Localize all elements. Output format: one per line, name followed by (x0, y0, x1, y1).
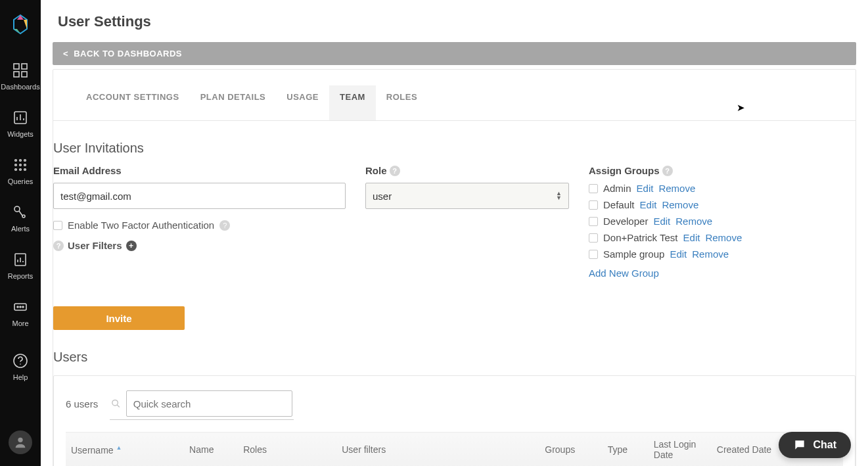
users-panel: 6 users Username▲ Name (53, 375, 856, 466)
sidebar-item-label: More (12, 319, 28, 327)
svg-point-19 (20, 169, 22, 171)
tab-team[interactable]: TEAM (329, 85, 376, 120)
group-item: Default Edit Remove (589, 199, 856, 210)
group-item: Admin Edit Remove (589, 183, 856, 194)
edit-group-link[interactable]: Edit (683, 232, 700, 243)
svg-rect-4 (14, 64, 19, 69)
column-groups[interactable]: Groups (539, 432, 602, 467)
svg-point-12 (15, 160, 17, 162)
edit-group-link[interactable]: Edit (640, 199, 657, 210)
email-input[interactable] (53, 183, 346, 209)
sort-asc-icon: ▲ (116, 444, 122, 451)
group-name: Sample group (603, 248, 664, 260)
select-caret-icon: ▲▼ (556, 191, 562, 200)
help-icon (12, 352, 29, 369)
svg-rect-6 (14, 72, 19, 77)
role-value: user (373, 191, 392, 202)
queries-icon (12, 156, 29, 174)
svg-rect-5 (22, 64, 27, 69)
chat-icon (793, 438, 806, 452)
help-icon[interactable]: ? (662, 166, 673, 176)
svg-point-14 (24, 160, 26, 162)
remove-group-link[interactable]: Remove (675, 216, 712, 227)
role-label: Role ? (365, 165, 569, 176)
svg-point-15 (15, 164, 17, 166)
svg-line-35 (117, 405, 120, 408)
invite-button[interactable]: Invite (53, 306, 185, 330)
chat-button[interactable]: Chat (779, 432, 851, 458)
tab-plan-details[interactable]: PLAN DETAILS (190, 85, 277, 120)
widgets-icon (12, 109, 29, 126)
group-checkbox[interactable] (589, 217, 598, 226)
alerts-icon (12, 204, 29, 221)
sidebar-item-more[interactable]: More (12, 298, 29, 327)
svg-point-34 (112, 400, 118, 406)
users-heading: Users (53, 350, 856, 365)
svg-rect-27 (14, 304, 26, 310)
add-new-group-link[interactable]: Add New Group (589, 268, 659, 279)
edit-group-link[interactable]: Edit (637, 183, 654, 194)
column-user-filters[interactable]: User filters (336, 432, 539, 467)
tab-usage[interactable]: USAGE (276, 85, 329, 120)
group-item: Developer Edit Remove (589, 216, 856, 227)
sidebar-item-dashboards[interactable]: Dashboards (1, 62, 39, 91)
svg-point-17 (24, 164, 26, 166)
column-last-login[interactable]: Last Login Date (649, 432, 712, 467)
user-avatar[interactable] (9, 431, 32, 454)
users-table: Username▲ Name Roles User filters Groups… (66, 432, 843, 466)
main-content: User Settings ➤ < BACK TO DASHBOARDS ACC… (41, 0, 868, 466)
remove-group-link[interactable]: Remove (705, 232, 742, 243)
svg-point-20 (24, 169, 26, 171)
group-item: Sample group Edit Remove (589, 248, 856, 260)
tab-roles[interactable]: ROLES (376, 85, 428, 120)
group-checkbox[interactable] (589, 250, 598, 259)
remove-group-link[interactable]: Remove (658, 183, 695, 194)
sidebar-item-help[interactable]: Help (12, 352, 29, 381)
group-checkbox[interactable] (589, 233, 598, 243)
search-input[interactable] (126, 390, 292, 417)
role-select[interactable]: user ▲▼ (365, 183, 569, 209)
help-icon[interactable]: ? (219, 220, 230, 231)
quick-search[interactable] (110, 388, 294, 420)
app-logo (9, 13, 32, 35)
two-factor-checkbox[interactable] (53, 221, 62, 230)
chevron-left-icon: < (63, 49, 68, 58)
sidebar-item-widgets[interactable]: Widgets (7, 109, 34, 138)
svg-point-18 (15, 169, 17, 171)
sidebar-item-label: Queries (8, 177, 34, 185)
sidebar-item-reports[interactable]: Reports (8, 251, 34, 280)
column-type[interactable]: Type (603, 432, 649, 467)
column-roles[interactable]: Roles (238, 432, 336, 467)
remove-group-link[interactable]: Remove (662, 199, 698, 210)
column-name[interactable]: Name (184, 432, 238, 467)
email-label: Email Address (53, 165, 346, 176)
svg-point-21 (14, 206, 20, 212)
edit-group-link[interactable]: Edit (670, 248, 687, 260)
group-checkbox[interactable] (589, 184, 598, 193)
add-filter-button[interactable]: + (126, 241, 137, 251)
page-title: User Settings (41, 0, 868, 42)
group-list: Admin Edit Remove Default Edit Remove (589, 183, 856, 260)
svg-point-28 (17, 306, 18, 308)
svg-point-33 (18, 438, 22, 442)
group-name: Default (603, 199, 635, 210)
svg-point-22 (22, 215, 25, 218)
user-count: 6 users (66, 398, 98, 409)
group-name: Developer (603, 216, 648, 227)
sidebar-item-label: Dashboards (1, 83, 39, 91)
back-to-dashboards-button[interactable]: < BACK TO DASHBOARDS (53, 42, 856, 65)
back-label: BACK TO DASHBOARDS (74, 49, 182, 58)
remove-group-link[interactable]: Remove (692, 248, 729, 260)
sidebar-item-alerts[interactable]: Alerts (11, 204, 30, 233)
help-icon[interactable]: ? (53, 241, 64, 251)
tab-account-settings[interactable]: ACCOUNT SETTINGS (76, 85, 190, 120)
sidebar-item-label: Reports (8, 272, 34, 280)
column-username[interactable]: Username▲ (66, 432, 184, 467)
svg-point-16 (20, 164, 22, 166)
sidebar-item-queries[interactable]: Queries (8, 156, 34, 185)
help-icon[interactable]: ? (390, 166, 400, 176)
sidebar-item-label: Alerts (11, 225, 30, 233)
edit-group-link[interactable]: Edit (653, 216, 670, 227)
user-filters-label: User Filters (68, 240, 122, 251)
group-checkbox[interactable] (589, 200, 598, 210)
